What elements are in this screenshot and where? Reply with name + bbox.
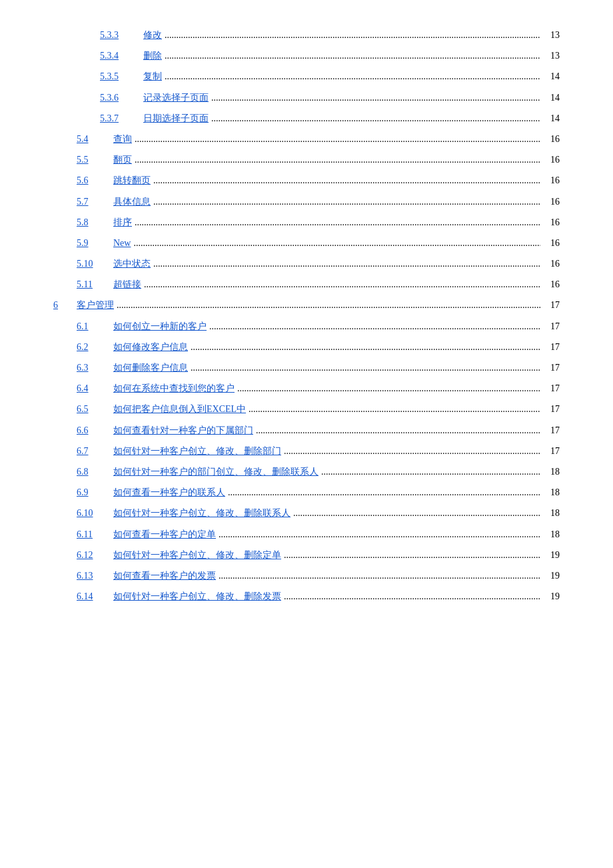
- toc-item: 5.3.4删除.................................…: [53, 47, 560, 64]
- toc-page: 16: [543, 276, 560, 293]
- toc-label[interactable]: 如何查看一种客户的联系人: [113, 484, 225, 501]
- toc-dots: ........................................…: [284, 443, 540, 459]
- toc-item: 5.3.3修改.................................…: [53, 27, 560, 43]
- toc-dots: ........................................…: [284, 588, 540, 605]
- toc-page: 18: [543, 505, 560, 521]
- toc-label[interactable]: 如何查看针对一种客户的下属部门: [113, 422, 253, 439]
- toc-number[interactable]: 6.3: [77, 359, 107, 376]
- toc-label[interactable]: 如何针对一种客户创立、修改、删除定单: [113, 547, 281, 563]
- toc-label[interactable]: 如何把客户信息倒入到EXCEL中: [113, 401, 246, 417]
- toc-page: 16: [543, 151, 560, 168]
- toc-number[interactable]: 5.11: [77, 276, 107, 293]
- toc-page: 19: [543, 547, 560, 563]
- toc-dots: ........................................…: [135, 214, 540, 231]
- toc-item: 5.10选中状态................................…: [53, 255, 560, 272]
- toc-dots: ........................................…: [249, 401, 540, 417]
- toc-page: 17: [543, 359, 560, 376]
- toc-number[interactable]: 5.7: [77, 193, 107, 210]
- toc-number[interactable]: 5.5: [77, 151, 107, 168]
- toc-number[interactable]: 5.3.6: [100, 89, 137, 106]
- toc-number[interactable]: 5.4: [77, 131, 107, 147]
- toc-label[interactable]: 具体信息: [113, 193, 151, 210]
- toc-item: 5.8排序...................................…: [53, 214, 560, 231]
- toc-number[interactable]: 5.3.7: [100, 110, 137, 127]
- toc-number[interactable]: 6.4: [77, 380, 107, 397]
- toc-number[interactable]: 5.10: [77, 255, 107, 272]
- toc-label[interactable]: 复制: [143, 68, 162, 85]
- toc-dots: ........................................…: [209, 318, 540, 335]
- toc-number[interactable]: 6.1: [77, 318, 107, 335]
- toc-number[interactable]: 6.11: [77, 526, 107, 543]
- toc-number[interactable]: 6.2: [77, 339, 107, 355]
- toc-item: 6.8如何针对一种客户的部门创立、修改、删除联系人...............…: [53, 463, 560, 480]
- toc-label[interactable]: 如何查看一种客户的定单: [113, 526, 216, 543]
- toc-label[interactable]: 如何查看一种客户的发票: [113, 567, 216, 584]
- toc-number[interactable]: 6.5: [77, 401, 107, 417]
- toc-label[interactable]: New: [113, 235, 131, 251]
- toc-item: 6.2如何修改客户信息.............................…: [53, 339, 560, 355]
- toc-page: 17: [543, 443, 560, 459]
- toc-dots: ........................................…: [321, 463, 540, 480]
- toc-label[interactable]: 如何针对一种客户创立、修改、删除联系人: [113, 505, 291, 521]
- toc-dots: ........................................…: [284, 547, 540, 563]
- toc-label[interactable]: 排序: [113, 214, 132, 231]
- toc-item: 6.13如何查看一种客户的发票.........................…: [53, 567, 560, 584]
- toc-label[interactable]: 翻页: [113, 151, 132, 168]
- toc-label[interactable]: 删除: [143, 47, 162, 64]
- toc-item: 6客户管理...................................…: [53, 297, 560, 313]
- toc-dots: ........................................…: [135, 131, 540, 147]
- toc-label[interactable]: 如何在系统中查找到您的客户: [113, 380, 235, 397]
- toc-label[interactable]: 修改: [143, 27, 162, 43]
- toc-item: 5.4查询...................................…: [53, 131, 560, 147]
- toc-number[interactable]: 5.6: [77, 172, 107, 189]
- toc-label[interactable]: 选中状态: [113, 255, 151, 272]
- toc-item: 5.5翻页...................................…: [53, 151, 560, 168]
- toc-item: 5.3.7日期选择子页面............................…: [53, 110, 560, 127]
- toc-page: 16: [543, 214, 560, 231]
- toc-number[interactable]: 6.13: [77, 567, 107, 584]
- toc-label[interactable]: 记录选择子页面: [143, 89, 209, 106]
- toc-page: 17: [543, 422, 560, 439]
- table-of-contents: 5.3.3修改.................................…: [53, 27, 560, 605]
- toc-label[interactable]: 如何针对一种客户创立、修改、删除发票: [113, 588, 281, 605]
- toc-number[interactable]: 6.8: [77, 463, 107, 480]
- toc-label[interactable]: 如何针对一种客户的部门创立、修改、删除联系人: [113, 463, 318, 480]
- toc-item: 5.3.5复制.................................…: [53, 68, 560, 85]
- toc-item: 5.3.6记录选择子页面............................…: [53, 89, 560, 106]
- toc-page: 14: [543, 110, 560, 127]
- toc-page: 17: [543, 380, 560, 397]
- toc-number[interactable]: 6: [53, 297, 70, 313]
- toc-page: 17: [543, 401, 560, 417]
- toc-item: 5.7具体信息.................................…: [53, 193, 560, 210]
- toc-label[interactable]: 如何修改客户信息: [113, 339, 188, 355]
- toc-number[interactable]: 6.10: [77, 505, 107, 521]
- toc-label[interactable]: 如何删除客户信息: [113, 359, 188, 376]
- toc-number[interactable]: 5.3.4: [100, 47, 137, 64]
- toc-dots: ........................................…: [135, 151, 540, 168]
- toc-label[interactable]: 客户管理: [77, 297, 114, 313]
- toc-number[interactable]: 5.3.5: [100, 68, 137, 85]
- toc-item: 5.6跳转翻页.................................…: [53, 172, 560, 189]
- toc-page: 18: [543, 463, 560, 480]
- toc-number[interactable]: 6.9: [77, 484, 107, 501]
- toc-number[interactable]: 5.9: [77, 235, 107, 251]
- toc-item: 6.7如何针对一种客户创立、修改、删除部门...................…: [53, 443, 560, 459]
- toc-number[interactable]: 5.8: [77, 214, 107, 231]
- toc-item: 6.1如何创立一种新的客户...........................…: [53, 318, 560, 335]
- toc-number[interactable]: 6.7: [77, 443, 107, 459]
- toc-label[interactable]: 如何针对一种客户创立、修改、删除部门: [113, 443, 281, 459]
- toc-dots: ........................................…: [211, 110, 540, 127]
- toc-page: 13: [543, 27, 560, 43]
- toc-label[interactable]: 超链接: [113, 276, 141, 293]
- toc-page: 18: [543, 484, 560, 501]
- toc-number[interactable]: 6.6: [77, 422, 107, 439]
- toc-number[interactable]: 6.14: [77, 588, 107, 605]
- toc-dots: ........................................…: [228, 484, 540, 501]
- toc-label[interactable]: 如何创立一种新的客户: [113, 318, 207, 335]
- toc-label[interactable]: 查询: [113, 131, 132, 147]
- toc-label[interactable]: 跳转翻页: [113, 172, 151, 189]
- toc-label[interactable]: 日期选择子页面: [143, 110, 209, 127]
- toc-number[interactable]: 5.3.3: [100, 27, 137, 43]
- toc-item: 6.4如何在系统中查找到您的客户........................…: [53, 380, 560, 397]
- toc-number[interactable]: 6.12: [77, 547, 107, 563]
